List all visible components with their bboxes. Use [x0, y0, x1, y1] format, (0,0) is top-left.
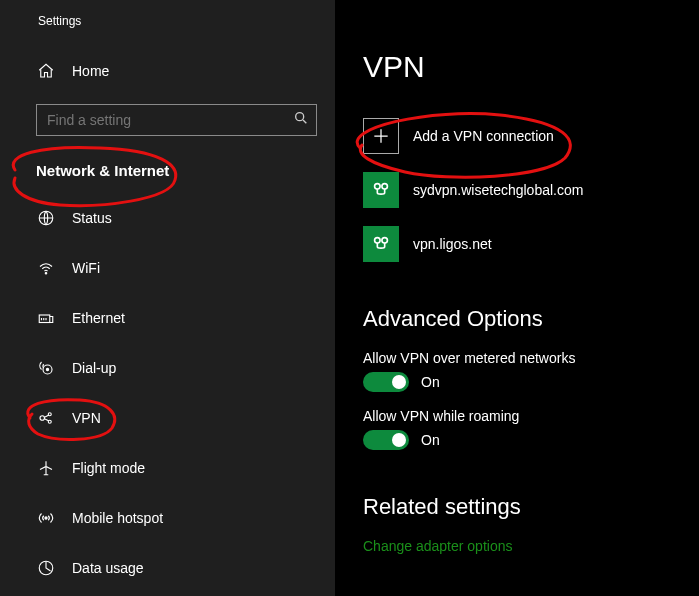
change-adapter-link[interactable]: Change adapter options	[363, 538, 699, 554]
svg-point-12	[382, 184, 388, 190]
sidebar-item-label: WiFi	[72, 260, 100, 276]
toggle-label: Allow VPN while roaming	[363, 408, 699, 424]
svg-point-6	[40, 416, 45, 421]
sidebar-item-label: Ethernet	[72, 310, 125, 326]
plus-icon	[363, 118, 399, 154]
nav-home-label: Home	[72, 63, 109, 79]
toggle-state: On	[421, 374, 440, 390]
sidebar-item-wifi[interactable]: WiFi	[0, 243, 335, 293]
nav-home[interactable]: Home	[0, 46, 335, 96]
vpn-tile-icon	[363, 172, 399, 208]
sidebar-item-flight-mode[interactable]: Flight mode	[0, 443, 335, 493]
svg-point-13	[375, 238, 381, 244]
toggle-state: On	[421, 432, 440, 448]
data-usage-icon	[36, 558, 56, 578]
toggle-label: Allow VPN over metered networks	[363, 350, 699, 366]
sidebar-item-data-usage[interactable]: Data usage	[0, 543, 335, 593]
svg-point-14	[382, 238, 388, 244]
sidebar-item-vpn[interactable]: VPN	[0, 393, 335, 443]
sidebar-item-label: VPN	[72, 410, 101, 426]
svg-point-2	[45, 273, 47, 275]
main-panel: VPN Add a VPN connection sydvpn.wisetech…	[335, 0, 699, 596]
search-input[interactable]	[36, 104, 317, 136]
add-vpn-label: Add a VPN connection	[413, 128, 554, 144]
dialup-icon	[36, 358, 56, 378]
toggle-roaming: Allow VPN while roaming On	[363, 408, 699, 450]
section-header: Network & Internet	[0, 146, 335, 193]
add-vpn-connection[interactable]: Add a VPN connection	[363, 118, 699, 154]
home-icon	[36, 61, 56, 81]
toggle-switch[interactable]	[363, 430, 409, 450]
sidebar-item-mobile-hotspot[interactable]: Mobile hotspot	[0, 493, 335, 543]
sidebar-item-status[interactable]: Status	[0, 193, 335, 243]
svg-point-11	[375, 184, 381, 190]
page-title: VPN	[363, 50, 699, 84]
window-title: Settings	[0, 10, 335, 46]
sidebar: Settings Home Network & Internet Status …	[0, 0, 335, 596]
search-icon	[293, 110, 309, 130]
vpn-connection-name: vpn.ligos.net	[413, 236, 492, 252]
hotspot-icon	[36, 508, 56, 528]
sidebar-item-dialup[interactable]: Dial-up	[0, 343, 335, 393]
svg-rect-3	[39, 315, 50, 323]
vpn-tile-icon	[363, 226, 399, 262]
sidebar-item-label: Data usage	[72, 560, 144, 576]
airplane-icon	[36, 458, 56, 478]
wifi-icon	[36, 258, 56, 278]
advanced-options-heading: Advanced Options	[363, 306, 699, 332]
sidebar-item-label: Mobile hotspot	[72, 510, 163, 526]
vpn-icon	[36, 408, 56, 428]
svg-point-9	[45, 517, 47, 519]
toggle-metered: Allow VPN over metered networks On	[363, 350, 699, 392]
vpn-connection-name: sydvpn.wisetechglobal.com	[413, 182, 583, 198]
sidebar-item-label: Dial-up	[72, 360, 116, 376]
toggle-switch[interactable]	[363, 372, 409, 392]
vpn-connection-item[interactable]: vpn.ligos.net	[363, 226, 699, 262]
svg-point-5	[46, 368, 48, 370]
globe-icon	[36, 208, 56, 228]
search-container	[36, 104, 317, 136]
vpn-connection-item[interactable]: sydvpn.wisetechglobal.com	[363, 172, 699, 208]
sidebar-item-ethernet[interactable]: Ethernet	[0, 293, 335, 343]
sidebar-item-label: Status	[72, 210, 112, 226]
related-settings-heading: Related settings	[363, 494, 699, 520]
svg-point-0	[296, 113, 304, 121]
ethernet-icon	[36, 308, 56, 328]
sidebar-item-label: Flight mode	[72, 460, 145, 476]
